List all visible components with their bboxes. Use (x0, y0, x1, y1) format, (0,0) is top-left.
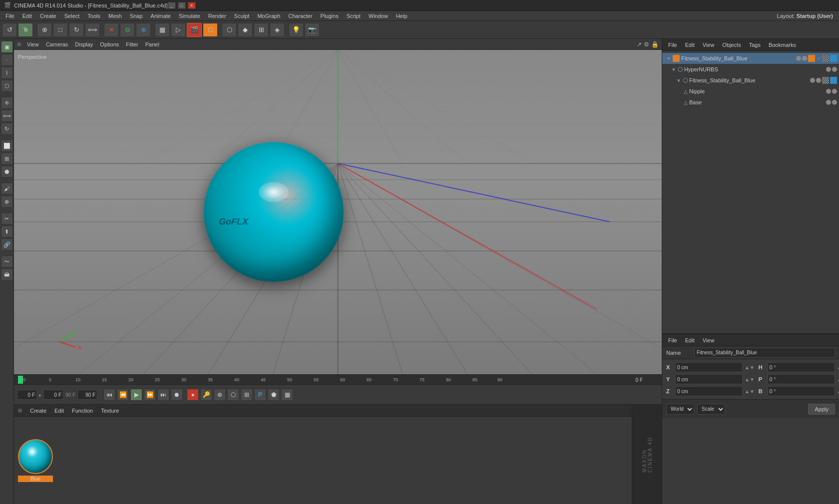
transport-p[interactable]: P (254, 389, 266, 401)
obj-dot-n1[interactable] (826, 89, 831, 94)
menu-tools[interactable]: Tools (84, 12, 104, 20)
obj-menu-edit[interactable]: Edit (683, 41, 697, 49)
lt-sculpt[interactable]: ⊕ (1, 196, 13, 208)
transport-frames[interactable]: ▦ (281, 389, 293, 401)
menu-select[interactable]: Select (61, 12, 83, 20)
size-b-input[interactable] (768, 386, 835, 396)
transport-extra[interactable]: ⬟ (268, 389, 280, 401)
attr-menu-view[interactable]: View (701, 336, 717, 344)
obj-dot-base1[interactable] (826, 100, 831, 105)
toolbar-render-all[interactable]: 🎬 (187, 23, 202, 37)
current-frame-input[interactable] (17, 390, 37, 400)
pos-z-arrow[interactable]: ▲▼ (745, 389, 755, 394)
obj-menu-file[interactable]: File (666, 41, 679, 49)
menu-create[interactable]: Create (36, 12, 60, 20)
menu-file[interactable]: File (2, 12, 18, 20)
pos-y-arrow[interactable]: ▲▼ (745, 377, 755, 382)
lt-move[interactable]: ✛ (1, 97, 13, 109)
menu-script[interactable]: Script (343, 12, 364, 20)
lt-mode-points[interactable]: · (1, 54, 13, 66)
lt-mode-object[interactable]: ▣ (1, 41, 13, 53)
transport-auto-key[interactable]: ● (187, 389, 199, 401)
toolbar-render-region[interactable]: ▦ (155, 23, 170, 37)
obj-menu-bookmarks[interactable]: Bookmarks (767, 41, 798, 49)
size-p-input[interactable] (768, 374, 835, 384)
transport-last[interactable]: ⏭ (157, 389, 169, 401)
toolbar-camera[interactable]: 📷 (305, 23, 320, 37)
minimize-button[interactable]: _ (168, 2, 176, 9)
lt-extrude[interactable]: ⬆ (1, 226, 13, 238)
lt-mode-polys[interactable]: ⬡ (1, 80, 13, 92)
menu-plugins[interactable]: Plugins (317, 12, 342, 20)
toolbar-render-view[interactable]: ▷ (171, 23, 186, 37)
toolbar-render-anim[interactable]: ⬡ (203, 23, 218, 37)
toolbar-lights[interactable]: 💡 (289, 23, 304, 37)
menu-sculpt[interactable]: Sculpt (231, 12, 253, 20)
toolbar-y[interactable]: ⊙ (120, 23, 135, 37)
vp-menu-cameras[interactable]: Cameras (43, 40, 71, 48)
lt-scale[interactable]: ⟺ (1, 110, 13, 122)
toolbar-obj4[interactable]: ◈ (270, 23, 285, 37)
size-h-arrow[interactable]: ▲▼ (837, 365, 839, 370)
obj-dot-h1[interactable] (826, 67, 831, 72)
obj-dot-b1[interactable] (810, 78, 815, 83)
end-frame-input[interactable] (77, 390, 97, 400)
menu-window[interactable]: Window (365, 12, 392, 20)
obj-dot-h2[interactable] (832, 67, 837, 72)
vp-menu-options[interactable]: Options (97, 40, 122, 48)
toolbar-add[interactable]: ⊕ (37, 23, 52, 37)
pos-x-input[interactable] (675, 362, 743, 372)
menu-simulate[interactable]: Simulate (175, 12, 204, 20)
transport-next[interactable]: ⏩ (144, 389, 156, 401)
attr-name-input[interactable] (694, 348, 835, 358)
toolbar-x[interactable]: ✕ (104, 23, 119, 37)
menu-animate[interactable]: Animate (147, 12, 174, 20)
lt-knife[interactable]: ✂ (1, 213, 13, 225)
lt-select-rect[interactable]: ⬜ (1, 140, 13, 152)
toolbar-z[interactable]: ⊕ (136, 23, 151, 37)
window-controls[interactable]: _ □ × (168, 2, 196, 9)
lt-select-live[interactable]: ⊞ (1, 153, 13, 165)
close-button[interactable]: × (188, 2, 196, 9)
mat-menu-create[interactable]: Create (28, 407, 48, 415)
size-p-arrow[interactable]: ▲▼ (837, 377, 839, 382)
obj-row-nipple[interactable]: △ Nipple (662, 86, 839, 97)
obj-dot-b2[interactable] (816, 78, 821, 83)
mat-menu-edit[interactable]: Edit (52, 407, 66, 415)
world-dropdown[interactable]: World Local (666, 404, 694, 415)
menu-edit[interactable]: Edit (19, 12, 35, 20)
menu-help[interactable]: Help (393, 12, 411, 20)
toolbar-obj2[interactable]: ◆ (238, 23, 253, 37)
lt-spline[interactable]: 〜 (1, 255, 13, 267)
viewport-3d[interactable]: Perspective (14, 50, 662, 374)
maximize-button[interactable]: □ (178, 2, 186, 9)
lt-paint[interactable]: 🖌 (1, 183, 13, 195)
obj-row-hypernurbs[interactable]: ▼ ⬡ HyperNURBS (662, 64, 839, 75)
vp-icon-maximize[interactable]: ↗ (637, 41, 642, 48)
pos-z-input[interactable] (675, 386, 743, 396)
frame-input-2[interactable] (43, 390, 63, 400)
obj-menu-objects[interactable]: Objects (720, 41, 743, 49)
transport-play[interactable]: ▶ (130, 389, 142, 401)
vp-icon-settings[interactable]: ⚙ (644, 41, 649, 48)
toolbar-undo[interactable]: ↺ (2, 23, 17, 37)
transport-morph[interactable]: ⬡ (227, 389, 239, 401)
obj-dot-base2[interactable] (832, 100, 837, 105)
playhead[interactable] (18, 376, 23, 384)
transport-motion[interactable]: ⊕ (214, 389, 226, 401)
transport-first[interactable]: ⏮ (103, 389, 115, 401)
toolbar-obj3[interactable]: ⊞ (254, 23, 269, 37)
attr-menu-edit[interactable]: Edit (683, 336, 697, 344)
toolbar-box[interactable]: □ (53, 23, 68, 37)
transport-prev[interactable]: ⏪ (117, 389, 129, 401)
lt-snap[interactable]: 🔗 (1, 239, 13, 251)
menu-character[interactable]: Character (285, 12, 316, 20)
lt-select-free[interactable]: ⬟ (1, 166, 13, 178)
obj-row-root[interactable]: ▼ Fitness_Stability_Ball_Blue ✓ (662, 53, 839, 64)
vp-menu-filter[interactable]: Filter (123, 40, 141, 48)
transport-key[interactable]: 🔑 (200, 389, 212, 401)
obj-dot-2[interactable] (802, 56, 807, 61)
mat-menu-function[interactable]: Function (70, 407, 95, 415)
menu-render[interactable]: Render (205, 12, 230, 20)
obj-menu-tags[interactable]: Tags (747, 41, 763, 49)
